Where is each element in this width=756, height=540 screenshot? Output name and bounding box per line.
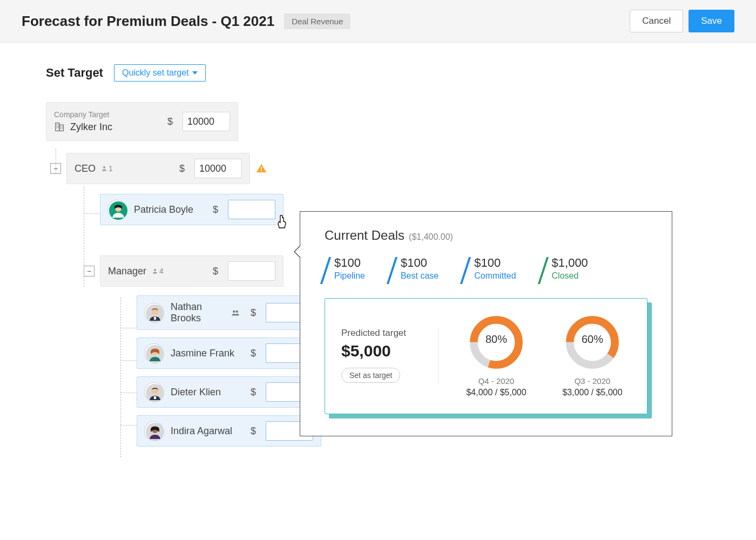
- company-name: Zylker Inc: [70, 122, 112, 133]
- stage-name: Pipeline: [334, 271, 365, 281]
- donut-chart-q4: 80%: [467, 313, 526, 372]
- currency-symbol: $: [213, 204, 218, 215]
- currency-symbol: $: [251, 307, 256, 319]
- deal-revenue-tag: Deal Revenue: [284, 14, 350, 29]
- patricia-target-input[interactable]: [228, 200, 275, 219]
- save-button[interactable]: Save: [688, 10, 734, 32]
- set-target-label: Set Target: [46, 66, 103, 80]
- company-label-col: Company Target Zylker Inc: [54, 110, 160, 133]
- building-icon: [54, 121, 66, 133]
- currency-symbol: $: [251, 348, 256, 359]
- manager-node: Manager 4 $: [100, 255, 284, 287]
- people-icon: [231, 308, 240, 317]
- stage-row: $100 Pipeline $100 Best case $100 Commit…: [325, 256, 647, 281]
- manager-member-row[interactable]: Indira Agarwal $: [137, 415, 321, 447]
- stage-tick-icon: [460, 257, 471, 284]
- stage-committed: $100 Committed: [464, 256, 516, 281]
- stage-amount: $100: [474, 256, 516, 270]
- svg-rect-0: [56, 123, 59, 131]
- svg-point-22: [236, 310, 238, 313]
- predicted-left: Predicted target $5,000 Set as target: [341, 328, 438, 383]
- current-deals-popover: Current Deals ($1,400.00) $100 Pipeline …: [300, 211, 672, 436]
- avatar-nathan: [145, 303, 163, 322]
- company-target-label: Company Target: [54, 110, 112, 119]
- stage-amount: $1,000: [552, 256, 588, 270]
- tree-connector: [56, 148, 56, 173]
- member-name: Indira Agarwal: [171, 426, 243, 437]
- set-as-target-button[interactable]: Set as target: [341, 368, 400, 383]
- member-name: Nathan Brooks: [171, 301, 224, 324]
- member-name: Dieter Klien: [171, 387, 243, 398]
- manager-member-row[interactable]: Jasmine Frank $: [137, 338, 321, 369]
- quarter-label: Q4 - 2020: [458, 376, 535, 386]
- warning-icon: [255, 163, 267, 174]
- svg-rect-14: [261, 170, 262, 171]
- quickly-set-target-button[interactable]: Quickly set target: [114, 64, 206, 82]
- ceo-member-name: Patricia Boyle: [134, 204, 205, 215]
- cancel-button[interactable]: Cancel: [630, 10, 683, 32]
- company-target-input[interactable]: [183, 112, 230, 131]
- svg-rect-9: [62, 126, 63, 127]
- currency-symbol: $: [251, 426, 256, 437]
- expand-toggle-manager[interactable]: −: [84, 266, 94, 276]
- manager-role-label: Manager: [108, 266, 146, 277]
- popover-title: Current Deals: [325, 228, 404, 243]
- currency-symbol: $: [167, 116, 173, 127]
- currency-symbol: $: [179, 163, 185, 174]
- stage-name: Best case: [401, 271, 438, 281]
- quarter-q3: 60% Q3 - 2020 $3,000 / $5,000: [554, 313, 631, 397]
- caret-down-icon: [192, 71, 198, 75]
- stage-tick-icon: [320, 257, 331, 284]
- predicted-value: $5,000: [341, 342, 425, 360]
- manager-target-input[interactable]: [228, 261, 275, 281]
- quarter-label: Q3 - 2020: [554, 376, 631, 386]
- pointer-cursor-icon: [275, 215, 288, 230]
- svg-rect-11: [62, 128, 63, 129]
- ceo-node: CEO 1 $: [66, 153, 250, 184]
- ceo-count-num: 1: [109, 164, 113, 173]
- tree-connector: [84, 186, 84, 287]
- svg-rect-2: [57, 124, 57, 125]
- stage-name: Closed: [552, 271, 588, 281]
- person-icon: [101, 165, 107, 172]
- page-body: Set Target Quickly set target Company Ta…: [0, 43, 756, 468]
- ceo-count: 1: [101, 164, 113, 173]
- quarter-ratio: $4,000 / $5,000: [458, 388, 535, 397]
- svg-rect-7: [58, 127, 58, 128]
- quarter-q4: 80% Q4 - 2020 $4,000 / $5,000: [458, 313, 535, 397]
- ceo-role-label: CEO: [75, 163, 96, 174]
- currency-symbol: $: [213, 266, 218, 277]
- company-target-node: Company Target Zylker Inc $: [46, 102, 238, 141]
- popover-subtotal: ($1,400.00): [409, 232, 453, 242]
- predicted-label: Predicted target: [341, 328, 425, 339]
- avatar-dieter: [145, 383, 163, 401]
- svg-rect-8: [60, 126, 61, 127]
- manager-member-row[interactable]: Dieter Klien $: [137, 376, 321, 408]
- avatar-indira: [145, 422, 163, 440]
- person-icon: [152, 268, 158, 274]
- quarter-ratio: $3,000 / $5,000: [554, 388, 631, 397]
- svg-rect-5: [58, 126, 58, 126]
- header-buttons: Cancel Save: [630, 10, 734, 32]
- svg-point-12: [103, 166, 105, 168]
- predicted-target-card: Predicted target $5,000 Set as target 80…: [325, 298, 647, 414]
- svg-rect-13: [261, 167, 262, 170]
- svg-rect-6: [57, 127, 57, 128]
- manager-member-row[interactable]: Nathan Brooks $: [137, 295, 321, 330]
- ceo-member-row[interactable]: Patricia Boyle $: [100, 194, 284, 225]
- popover-title-row: Current Deals ($1,400.00): [325, 228, 647, 243]
- donut-pct: 80%: [467, 333, 526, 346]
- svg-rect-10: [60, 128, 61, 129]
- svg-point-21: [233, 310, 235, 313]
- header-left: Forecast for Premium Deals - Q1 2021 Dea…: [22, 13, 350, 30]
- page-title: Forecast for Premium Deals - Q1 2021: [22, 13, 274, 30]
- stage-bestcase: $100 Best case: [391, 256, 438, 281]
- avatar-patricia: [108, 200, 126, 219]
- ceo-target-input[interactable]: [194, 159, 242, 178]
- manager-label-col: Manager 4: [108, 266, 205, 277]
- stage-pipeline: $100 Pipeline: [325, 256, 365, 281]
- stage-tick-icon: [387, 257, 397, 284]
- svg-rect-3: [58, 124, 58, 125]
- stage-closed: $1,000 Closed: [542, 256, 588, 281]
- stage-amount: $100: [401, 256, 438, 270]
